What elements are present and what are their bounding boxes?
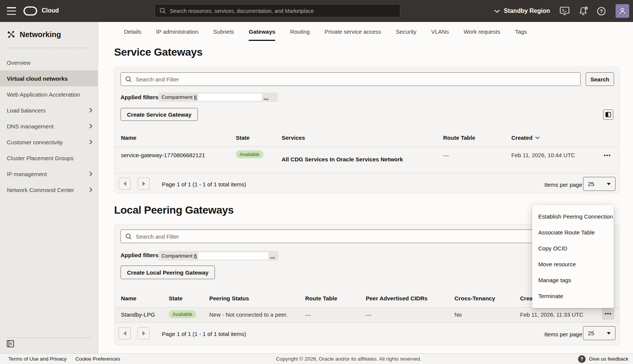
feedback-link[interactable]: Give us feedback bbox=[589, 356, 628, 362]
tab-details[interactable]: Details bbox=[124, 22, 141, 41]
service-gateways-panel: Search Applied filters Compartment 6 … C… bbox=[114, 67, 620, 194]
menu-item-copy-ocid[interactable]: Copy OCID bbox=[532, 241, 614, 256]
sidebar-item-web-application-acceleration[interactable]: Web Application Acceleration bbox=[0, 86, 98, 102]
svg-text:?: ? bbox=[600, 9, 603, 14]
sg-page-status: Page 1 of 1 (1 - 1 of 1 total items) bbox=[162, 181, 246, 187]
create-service-gateway-button[interactable]: Create Service Gateway bbox=[121, 108, 198, 121]
lpg-col-peering-status: Peering Status bbox=[209, 295, 249, 302]
lpg-compartment-filter-chip[interactable]: Compartment 6 … bbox=[158, 251, 278, 261]
collapse-sidebar-icon[interactable] bbox=[7, 340, 14, 347]
lpg-col-name: Name bbox=[121, 295, 136, 302]
tab-gateways[interactable]: Gateways bbox=[249, 22, 275, 41]
sort-chevron-icon bbox=[535, 136, 540, 139]
sg-col-route-table: Route Table bbox=[443, 134, 475, 141]
menu-item-establish-peering-connection[interactable]: Establish Peering Connection bbox=[532, 209, 614, 225]
global-search-input[interactable] bbox=[170, 8, 400, 14]
lpg-next-page-button[interactable] bbox=[138, 327, 150, 339]
lpg-page-status: Page 1 of 1 (1 - 1 of 1 total items) bbox=[162, 331, 246, 337]
menu-item-move-resource[interactable]: Move resource bbox=[532, 256, 614, 272]
footer-help-icon[interactable]: ? bbox=[578, 355, 586, 363]
sidebar-item-cluster-placement-groups[interactable]: Cluster Placement Groups bbox=[0, 150, 98, 166]
lpg-row-actions-icon[interactable]: ⋯ bbox=[602, 308, 614, 320]
chevron-down-icon bbox=[494, 9, 500, 13]
tabbar: Details IP administration Subnets Gatewa… bbox=[124, 22, 527, 41]
sg-row-actions-icon[interactable]: ⋯ bbox=[603, 152, 611, 159]
sg-row-name: service-gateway-1770806682121 bbox=[121, 151, 205, 159]
oracle-logo-icon bbox=[24, 6, 37, 16]
lpg-row-created: Feb 11, 2026, 11:33 UTC bbox=[520, 311, 583, 319]
networking-icon bbox=[7, 30, 16, 39]
topbar: Cloud Standby Region ? bbox=[0, 0, 633, 22]
search-icon bbox=[125, 76, 132, 83]
menu-item-terminate[interactable]: Terminate bbox=[532, 288, 614, 304]
tab-private-service-access[interactable]: Private service access bbox=[324, 22, 381, 41]
lpg-col-route-table: Route Table bbox=[305, 295, 337, 302]
sidebar-item-network-command-center[interactable]: Network Command Center bbox=[0, 182, 98, 198]
terms-link[interactable]: Terms of Use and Privacy bbox=[8, 356, 67, 362]
menu-item-manage-tags[interactable]: Manage tags bbox=[532, 272, 614, 288]
sidebar-item-dns-management[interactable]: DNS management bbox=[0, 118, 98, 134]
caret-down-icon bbox=[607, 332, 611, 334]
create-local-peering-gateway-button[interactable]: Create Local Peering Gateway bbox=[121, 266, 215, 279]
tab-ip-administration[interactable]: IP administration bbox=[156, 22, 198, 41]
sg-row-state-badge: Available bbox=[236, 150, 263, 158]
notifications-bell-icon[interactable] bbox=[579, 7, 587, 16]
lpg-prev-page-button[interactable] bbox=[119, 327, 131, 339]
sg-compartment-filter-chip[interactable]: Compartment 6 … bbox=[158, 92, 278, 102]
column-settings-icon[interactable] bbox=[603, 109, 613, 120]
local-peering-gateways-title: Local Peering Gateways bbox=[114, 204, 234, 216]
divider bbox=[114, 173, 619, 173]
sg-items-per-page-select[interactable]: 25 bbox=[583, 177, 616, 191]
menu-item-associate-route-table[interactable]: Associate Route Table bbox=[532, 225, 614, 241]
chevron-right-icon bbox=[89, 123, 92, 129]
caret-down-icon bbox=[607, 183, 611, 185]
sg-search-button[interactable]: Search bbox=[586, 72, 614, 86]
tab-tags[interactable]: Tags bbox=[515, 22, 527, 41]
cloud-shell-icon[interactable] bbox=[560, 7, 569, 15]
region-label: Standby Region bbox=[504, 8, 550, 14]
sg-compartment-value[interactable]: 6 bbox=[194, 94, 197, 100]
lpg-search-input[interactable] bbox=[136, 233, 580, 240]
hamburger-menu-icon[interactable] bbox=[7, 7, 16, 15]
divider bbox=[114, 322, 619, 323]
sidebar-item-ip-management[interactable]: IP management bbox=[0, 166, 98, 182]
sg-items-per-page-label: Items per page bbox=[544, 181, 582, 188]
service-gateways-title: Service Gateways bbox=[114, 46, 202, 58]
global-search[interactable] bbox=[155, 4, 400, 17]
sg-next-page-button[interactable] bbox=[138, 178, 150, 190]
lpg-chip-more-link[interactable]: … bbox=[270, 253, 275, 259]
sidebar-item-load-balancers[interactable]: Load balancers bbox=[0, 102, 98, 118]
lpg-search-filter[interactable] bbox=[121, 230, 581, 243]
lpg-row-route-table: — bbox=[305, 311, 311, 319]
tab-vlans[interactable]: VLANs bbox=[431, 22, 449, 41]
lpg-compartment-value[interactable]: 6 bbox=[194, 253, 197, 259]
tab-routing[interactable]: Routing bbox=[290, 22, 310, 41]
sidebar-item-customer-connectivity[interactable]: Customer connectivity bbox=[0, 134, 98, 150]
sidebar-item-overview[interactable]: Overview bbox=[0, 55, 98, 70]
lpg-items-per-page-select[interactable]: 25 bbox=[583, 326, 616, 340]
sidebar-item-virtual-cloud-networks[interactable]: Virtual cloud networks bbox=[0, 70, 98, 86]
help-icon[interactable]: ? bbox=[597, 7, 606, 16]
sg-col-state: State bbox=[236, 134, 250, 141]
tab-work-requests[interactable]: Work requests bbox=[464, 22, 500, 41]
user-avatar[interactable] bbox=[616, 4, 629, 18]
tab-subnets[interactable]: Subnets bbox=[213, 22, 234, 41]
cookie-preferences-link[interactable]: Cookie Preferences bbox=[75, 356, 121, 362]
tab-security[interactable]: Security bbox=[396, 22, 416, 41]
sg-col-name: Name bbox=[121, 134, 136, 141]
sidebar-title: Networking bbox=[20, 30, 61, 39]
row-actions-context-menu: Establish Peering Connection Associate R… bbox=[532, 205, 614, 308]
sg-row-route-table: — bbox=[443, 151, 449, 159]
sg-chip-more-link[interactable]: … bbox=[263, 94, 269, 100]
lpg-row-state-badge: Available bbox=[169, 310, 196, 318]
sidebar: Networking Overview Virtual cloud networ… bbox=[0, 22, 98, 353]
sg-row-services-link[interactable]: All CDG Services In Oracle Services Netw… bbox=[282, 155, 403, 164]
sg-search-filter[interactable] bbox=[121, 72, 581, 86]
sg-col-created-sort[interactable]: Created bbox=[511, 134, 540, 141]
region-selector[interactable]: Standby Region bbox=[494, 8, 550, 14]
sg-applied-filters-label: Applied filters bbox=[121, 94, 158, 100]
sg-search-input[interactable] bbox=[136, 76, 580, 83]
chevron-right-icon bbox=[89, 139, 92, 145]
sidebar-nav: Overview Virtual cloud networks Web Appl… bbox=[0, 55, 98, 198]
sg-prev-page-button[interactable] bbox=[119, 178, 131, 190]
